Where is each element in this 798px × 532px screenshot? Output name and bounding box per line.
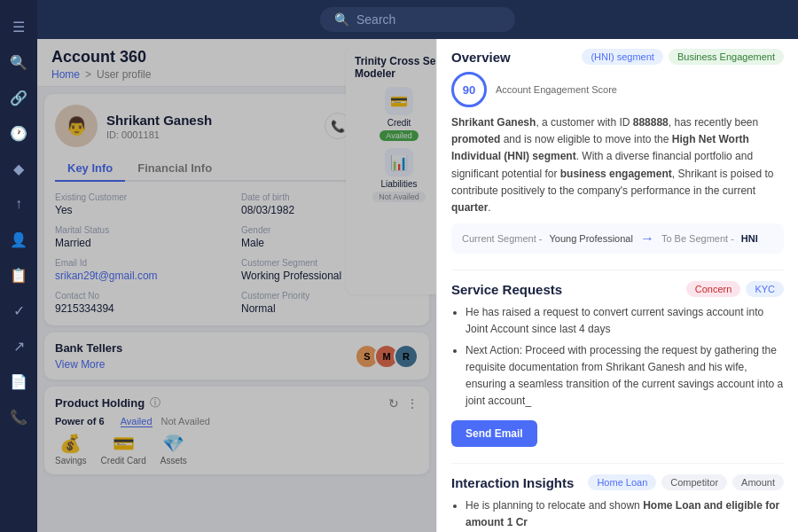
tag-hni: (HNI) segment <box>582 49 663 65</box>
service-requests-section: Service Requests Concern KYC He has rais… <box>451 281 784 447</box>
interaction-insights-section: Interaction Insights Home Loan Competito… <box>451 474 784 532</box>
product-info-icon[interactable]: ⓘ <box>150 395 160 411</box>
prod-savings: 💰 Savings <box>55 433 87 466</box>
priority-field: Customer Priority Normal <box>241 291 419 315</box>
topnav: 🔍 Search <box>37 0 798 39</box>
email-label: Email Id <box>55 258 232 268</box>
contact-label: Contact No <box>55 291 232 301</box>
trinity-credit-badge: Availed <box>379 130 418 141</box>
sidebar-list-icon[interactable]: 📋 <box>3 259 35 291</box>
score-circle: 90 <box>451 72 487 107</box>
teller-avatar-3: R <box>394 344 419 369</box>
contact-field: Contact No 9215334394 <box>55 291 232 315</box>
tag-competitor: Competitor <box>661 474 727 490</box>
tellers-label: Bank Tellers <box>55 341 122 355</box>
service-requests-list: He has raised a request to convert curre… <box>451 304 784 410</box>
sidebar-arrow-icon[interactable]: ↗ <box>3 330 35 362</box>
tag-concern: Concern <box>686 281 741 297</box>
customer-name-text: Shrikant Ganesh <box>451 116 536 129</box>
profile-info: Shrikant Ganesh ID: 0001181 <box>106 113 212 140</box>
breadcrumb-home[interactable]: Home <box>51 68 80 81</box>
score-number: 90 <box>463 83 475 97</box>
score-row: 90 Account Engagement Score <box>451 72 784 107</box>
existing-customer-field: Existing Customer Yes <box>55 192 232 216</box>
product-tabs: Power of 6 Availed Not Availed <box>55 416 419 427</box>
product-refresh-icon[interactable]: ↻ <box>388 396 399 411</box>
trinity-items: 💳 Credit Availed 📊 Liabilities Not Avail… <box>355 87 443 202</box>
product-title: Product Holding <box>55 396 145 410</box>
trinity-credit: 💳 Credit Availed <box>355 87 443 141</box>
product-header: Product Holding ⓘ ↻ ⋮ <box>55 395 419 411</box>
search-placeholder: Search <box>356 12 395 27</box>
avatar: 👨 <box>55 105 98 147</box>
sidebar-diamond-icon[interactable]: ◆ <box>3 153 35 184</box>
marital-label: Marital Status <box>55 225 232 235</box>
email-field: Email Id srikan29t@gmail.com <box>55 258 232 282</box>
interaction-list: He is planning to relocate and shown Hom… <box>451 497 784 532</box>
panel-body: Overview (HNI) segment Business Engageme… <box>437 38 798 532</box>
trinity-title: Trinity Cross Sell Modeler <box>355 55 443 80</box>
tellers-card: Bank Tellers View More S M R <box>44 332 429 379</box>
trinity-liabilities-icon: 📊 <box>385 148 413 176</box>
search-bar[interactable]: 🔍 Search <box>320 7 515 32</box>
trinity-liabilities-label: Liabilities <box>380 179 417 189</box>
sidebar-search-icon[interactable]: 🔍 <box>3 46 35 78</box>
product-card: Product Holding ⓘ ↻ ⋮ Power of 6 Availed… <box>44 387 429 474</box>
search-icon: 🔍 <box>334 12 349 27</box>
interaction-header: Interaction Insights Home Loan Competito… <box>451 474 784 490</box>
priority-value: Normal <box>241 302 419 315</box>
segment-row: Current Segment - Young Professional → T… <box>451 223 784 254</box>
send-email-button[interactable]: Send Email <box>451 420 537 447</box>
tab-key-info[interactable]: Key Info <box>55 156 125 182</box>
customer-id-text: 888888 <box>633 116 669 129</box>
overview-section: Overview (HNI) segment Business Engageme… <box>451 49 784 254</box>
marital-field: Marital Status Married <box>55 225 232 249</box>
sidebar-doc-icon[interactable]: 📄 <box>3 365 35 397</box>
service-requests-header: Service Requests Concern KYC <box>451 281 784 297</box>
marital-value: Married <box>55 237 232 249</box>
product-power-label: Power of 6 <box>55 416 105 427</box>
overview-header: Overview (HNI) segment Business Engageme… <box>451 49 784 65</box>
overview-text: Shrikant Ganesh, a customer with ID 8888… <box>451 114 784 216</box>
sidebar-link-icon[interactable]: 🔗 <box>3 82 35 113</box>
sidebar: ☰ 🔍 🔗 🕐 ◆ ↑ 👤 📋 ✓ ↗ 📄 📞 <box>0 0 37 532</box>
sidebar-history-icon[interactable]: 🕐 <box>3 117 35 149</box>
service-requests-title: Service Requests <box>451 282 562 297</box>
existing-customer-label: Existing Customer <box>55 192 232 202</box>
profile-name: Shrikant Ganesh <box>106 113 212 128</box>
tag-business: Business Engagement <box>669 49 784 65</box>
divider-1 <box>451 270 784 270</box>
sidebar-check-icon[interactable]: ✓ <box>3 294 35 326</box>
breadcrumb-separator: > <box>85 68 91 81</box>
product-icons: 💰 Savings 💳 Credit Card 💎 Assets <box>55 433 419 466</box>
teller-avatars: S M R <box>360 344 419 369</box>
overview-tags: (HNI) segment Business Engagement <box>582 49 784 65</box>
business-text: business engagement <box>560 168 672 180</box>
segment-to-label: To Be Segment - <box>661 233 734 244</box>
product-tab-not-availed[interactable]: Not Availed <box>161 416 210 427</box>
service-requests-tags: Concern KYC <box>686 281 784 297</box>
right-panel: ✦ GPTNext ✕ Overview (HNI) segment Busin… <box>436 0 798 532</box>
product-tab-availed[interactable]: Availed <box>121 416 153 427</box>
sidebar-menu-icon[interactable]: ☰ <box>3 11 35 43</box>
tab-financial-info[interactable]: Financial Info <box>125 156 224 182</box>
product-more-icon[interactable]: ⋮ <box>406 396 419 411</box>
contact-value: 9215334394 <box>55 302 232 315</box>
view-more-link[interactable]: View More <box>55 358 122 371</box>
profile-id: ID: 0001181 <box>106 129 212 140</box>
breadcrumb-current: User profile <box>97 68 151 81</box>
interaction-title: Interaction Insights <box>451 475 574 490</box>
prod-assets: 💎 Assets <box>160 433 187 466</box>
tag-kyc: KYC <box>746 281 784 297</box>
prod-credit-card: 💳 Credit Card <box>101 433 146 466</box>
tag-home-loan: Home Loan <box>588 474 656 490</box>
score-label: Account Engagement Score <box>496 84 617 95</box>
divider-2 <box>451 463 784 464</box>
sidebar-upload-icon[interactable]: ↑ <box>3 188 35 220</box>
interaction-bullet-1: He is planning to relocate and shown Hom… <box>466 497 784 531</box>
email-value[interactable]: srikan29t@gmail.com <box>55 270 232 282</box>
tag-amount: Amount <box>732 474 784 490</box>
promoted-text: promoted <box>451 133 500 145</box>
sidebar-phone-icon[interactable]: 📞 <box>3 401 35 433</box>
sidebar-user-icon[interactable]: 👤 <box>3 223 35 255</box>
